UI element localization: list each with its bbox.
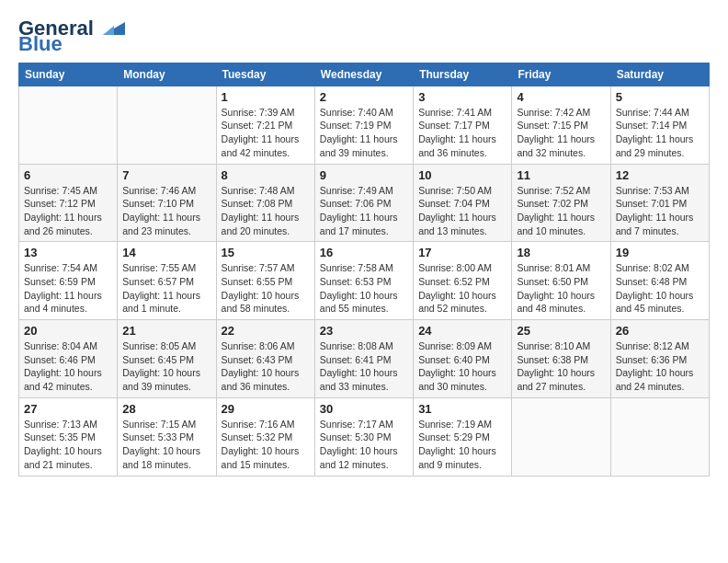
calendar-cell: 9Sunrise: 7:49 AM Sunset: 7:06 PM Daylig…: [314, 164, 413, 242]
weekday-header-saturday: Saturday: [610, 63, 709, 86]
day-detail: Sunrise: 8:00 AM Sunset: 6:52 PM Dayligh…: [418, 261, 506, 316]
day-detail: Sunrise: 7:57 AM Sunset: 6:55 PM Dayligh…: [222, 261, 310, 316]
day-detail: Sunrise: 7:44 AM Sunset: 7:14 PM Dayligh…: [616, 106, 704, 160]
calendar-cell: 15Sunrise: 7:57 AM Sunset: 6:55 PM Dayli…: [216, 242, 314, 320]
day-number: 18: [517, 246, 605, 259]
calendar-cell: 5Sunrise: 7:44 AM Sunset: 7:14 PM Daylig…: [610, 86, 709, 164]
day-detail: Sunrise: 8:04 AM Sunset: 6:46 PM Dayligh…: [24, 339, 112, 394]
day-number: 20: [24, 324, 112, 338]
day-number: 6: [24, 168, 112, 182]
day-number: 7: [122, 168, 210, 182]
day-number: 13: [24, 246, 112, 259]
day-number: 23: [320, 324, 408, 338]
day-number: 27: [24, 402, 112, 416]
weekday-header-friday: Friday: [512, 63, 610, 86]
calendar-cell: 26Sunrise: 8:12 AM Sunset: 6:36 PM Dayli…: [610, 320, 709, 398]
calendar-cell: 23Sunrise: 8:08 AM Sunset: 6:41 PM Dayli…: [314, 320, 413, 398]
day-number: 28: [122, 402, 210, 416]
calendar-week-4: 20Sunrise: 8:04 AM Sunset: 6:46 PM Dayli…: [19, 320, 710, 398]
day-number: 26: [616, 324, 704, 338]
calendar-cell: 29Sunrise: 7:16 AM Sunset: 5:32 PM Dayli…: [216, 397, 314, 476]
calendar-cell: 14Sunrise: 7:55 AM Sunset: 6:57 PM Dayli…: [118, 242, 216, 320]
day-number: 5: [616, 90, 704, 104]
day-number: 1: [222, 90, 310, 104]
calendar-cell: 12Sunrise: 7:53 AM Sunset: 7:01 PM Dayli…: [610, 164, 709, 242]
weekday-header-sunday: Sunday: [19, 63, 118, 86]
day-detail: Sunrise: 8:10 AM Sunset: 6:38 PM Dayligh…: [517, 339, 605, 394]
logo-icon: [96, 18, 125, 39]
day-number: 30: [320, 402, 408, 416]
calendar-week-1: 1Sunrise: 7:39 AM Sunset: 7:21 PM Daylig…: [19, 86, 710, 164]
svg-marker-1: [103, 26, 114, 35]
day-detail: Sunrise: 7:40 AM Sunset: 7:19 PM Dayligh…: [320, 106, 408, 160]
day-detail: Sunrise: 8:02 AM Sunset: 6:48 PM Dayligh…: [616, 261, 704, 316]
calendar-cell: 22Sunrise: 8:06 AM Sunset: 6:43 PM Dayli…: [216, 320, 314, 398]
day-number: 31: [418, 402, 506, 416]
day-number: 16: [320, 246, 408, 259]
day-detail: Sunrise: 7:39 AM Sunset: 7:21 PM Dayligh…: [222, 106, 310, 160]
day-detail: Sunrise: 8:12 AM Sunset: 6:36 PM Dayligh…: [616, 339, 704, 394]
day-number: 3: [418, 90, 506, 104]
day-detail: Sunrise: 7:58 AM Sunset: 6:53 PM Dayligh…: [320, 261, 408, 316]
day-number: 14: [122, 246, 210, 259]
calendar-cell: 31Sunrise: 7:19 AM Sunset: 5:29 PM Dayli…: [414, 397, 512, 476]
calendar-cell: [19, 86, 118, 164]
day-detail: Sunrise: 8:06 AM Sunset: 6:43 PM Dayligh…: [222, 339, 310, 394]
day-detail: Sunrise: 8:09 AM Sunset: 6:40 PM Dayligh…: [418, 339, 506, 394]
calendar-cell: [512, 397, 610, 476]
day-detail: Sunrise: 7:17 AM Sunset: 5:30 PM Dayligh…: [320, 418, 408, 472]
calendar-cell: 30Sunrise: 7:17 AM Sunset: 5:30 PM Dayli…: [314, 397, 413, 476]
day-number: 10: [418, 168, 506, 182]
calendar-week-3: 13Sunrise: 7:54 AM Sunset: 6:59 PM Dayli…: [19, 242, 710, 320]
day-number: 22: [222, 324, 310, 338]
calendar-cell: 8Sunrise: 7:48 AM Sunset: 7:08 PM Daylig…: [216, 164, 314, 242]
day-number: 17: [418, 246, 506, 259]
calendar-cell: 6Sunrise: 7:45 AM Sunset: 7:12 PM Daylig…: [19, 164, 118, 242]
weekday-header-wednesday: Wednesday: [314, 63, 413, 86]
day-number: 8: [222, 168, 310, 182]
calendar-page: General Blue SundayMondayTuesdayWednesda…: [0, 0, 728, 563]
calendar-cell: 3Sunrise: 7:41 AM Sunset: 7:17 PM Daylig…: [414, 86, 512, 164]
calendar-cell: [118, 86, 216, 164]
day-detail: Sunrise: 7:53 AM Sunset: 7:01 PM Dayligh…: [616, 184, 704, 238]
day-number: 2: [320, 90, 408, 104]
day-detail: Sunrise: 7:54 AM Sunset: 6:59 PM Dayligh…: [24, 261, 112, 316]
day-detail: Sunrise: 8:05 AM Sunset: 6:45 PM Dayligh…: [122, 339, 210, 394]
day-number: 9: [320, 168, 408, 182]
calendar-table: SundayMondayTuesdayWednesdayThursdayFrid…: [18, 63, 710, 477]
day-detail: Sunrise: 7:42 AM Sunset: 7:15 PM Dayligh…: [517, 106, 605, 160]
calendar-cell: 25Sunrise: 8:10 AM Sunset: 6:38 PM Dayli…: [512, 320, 610, 398]
logo: General Blue: [18, 18, 125, 53]
day-detail: Sunrise: 7:41 AM Sunset: 7:17 PM Dayligh…: [418, 106, 506, 160]
calendar-cell: 10Sunrise: 7:50 AM Sunset: 7:04 PM Dayli…: [414, 164, 512, 242]
calendar-cell: 1Sunrise: 7:39 AM Sunset: 7:21 PM Daylig…: [216, 86, 314, 164]
calendar-cell: 17Sunrise: 8:00 AM Sunset: 6:52 PM Dayli…: [414, 242, 512, 320]
day-detail: Sunrise: 7:19 AM Sunset: 5:29 PM Dayligh…: [418, 418, 506, 472]
day-detail: Sunrise: 7:13 AM Sunset: 5:35 PM Dayligh…: [24, 418, 112, 472]
day-detail: Sunrise: 8:08 AM Sunset: 6:41 PM Dayligh…: [320, 339, 408, 394]
calendar-week-5: 27Sunrise: 7:13 AM Sunset: 5:35 PM Dayli…: [19, 397, 710, 476]
calendar-cell: [610, 397, 709, 476]
day-number: 21: [122, 324, 210, 338]
day-detail: Sunrise: 8:01 AM Sunset: 6:50 PM Dayligh…: [517, 261, 605, 316]
day-number: 4: [517, 90, 605, 104]
weekday-header-monday: Monday: [118, 63, 216, 86]
calendar-cell: 18Sunrise: 8:01 AM Sunset: 6:50 PM Dayli…: [512, 242, 610, 320]
calendar-cell: 16Sunrise: 7:58 AM Sunset: 6:53 PM Dayli…: [314, 242, 413, 320]
day-detail: Sunrise: 7:55 AM Sunset: 6:57 PM Dayligh…: [122, 261, 210, 316]
day-number: 29: [222, 402, 310, 416]
day-number: 24: [418, 324, 506, 338]
day-number: 15: [222, 246, 310, 259]
header: General Blue: [18, 18, 710, 53]
day-detail: Sunrise: 7:50 AM Sunset: 7:04 PM Dayligh…: [418, 184, 506, 238]
calendar-header-row: SundayMondayTuesdayWednesdayThursdayFrid…: [19, 63, 710, 86]
calendar-cell: 28Sunrise: 7:15 AM Sunset: 5:33 PM Dayli…: [118, 397, 216, 476]
calendar-cell: 13Sunrise: 7:54 AM Sunset: 6:59 PM Dayli…: [19, 242, 118, 320]
day-number: 11: [517, 168, 605, 182]
calendar-cell: 27Sunrise: 7:13 AM Sunset: 5:35 PM Dayli…: [19, 397, 118, 476]
day-detail: Sunrise: 7:46 AM Sunset: 7:10 PM Dayligh…: [122, 184, 210, 238]
calendar-cell: 11Sunrise: 7:52 AM Sunset: 7:02 PM Dayli…: [512, 164, 610, 242]
weekday-header-thursday: Thursday: [414, 63, 512, 86]
day-detail: Sunrise: 7:49 AM Sunset: 7:06 PM Dayligh…: [320, 184, 408, 238]
day-detail: Sunrise: 7:16 AM Sunset: 5:32 PM Dayligh…: [222, 418, 310, 472]
